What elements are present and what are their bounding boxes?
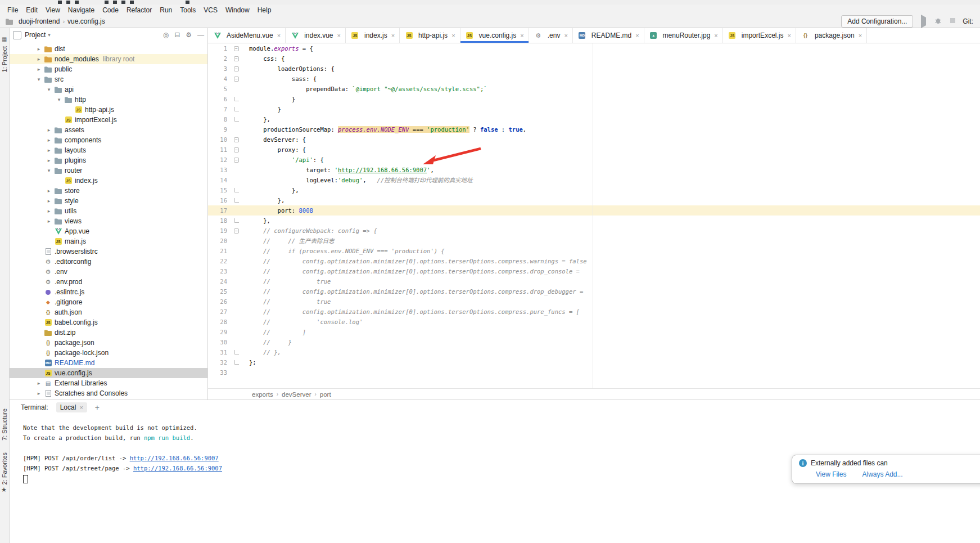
tab-asidemenu-vue[interactable]: AsideMenu.vue×: [208, 28, 286, 43]
breadcrumb-file[interactable]: vue.config.js: [67, 17, 105, 25]
fold-start-icon[interactable]: −: [234, 77, 239, 82]
fold-start-icon[interactable]: −: [234, 158, 239, 163]
menu-code[interactable]: Code: [98, 5, 123, 15]
stop-icon[interactable]: [948, 17, 957, 25]
menu-window[interactable]: Window: [222, 5, 254, 15]
tree-item-store[interactable]: ▸store: [10, 186, 207, 196]
chevron-collapsed-icon[interactable]: ▸: [34, 46, 43, 52]
project-toolwindow-icon[interactable]: ▦: [2, 36, 7, 42]
tree-item-auth-json[interactable]: {}auth.json: [10, 307, 207, 317]
close-icon[interactable]: ×: [635, 32, 639, 39]
chevron-collapsed-icon[interactable]: ▸: [44, 218, 53, 224]
chevron-collapsed-icon[interactable]: ▸: [34, 66, 43, 72]
chevron-collapsed-icon[interactable]: ▸: [34, 56, 43, 62]
tab-index-vue[interactable]: index.vue×: [286, 28, 346, 43]
terminal-tab-local[interactable]: Local ×: [56, 402, 87, 412]
tree-item-http-api-js[interactable]: JShttp-api.js: [10, 105, 207, 115]
tree-item-dist[interactable]: ▸dist: [10, 44, 207, 54]
tree-item-http[interactable]: ▾http: [10, 95, 207, 105]
tree-item-dist-zip[interactable]: dist.zip: [10, 327, 207, 338]
close-icon[interactable]: ×: [451, 32, 455, 39]
breadcrumb-project[interactable]: duoji-frontend: [19, 17, 60, 25]
fold-start-icon[interactable]: −: [234, 46, 239, 51]
fold-end-icon[interactable]: [234, 198, 239, 203]
tree-item-vue-config-js[interactable]: JSvue.config.js: [10, 368, 207, 378]
menu-navigate[interactable]: Navigate: [64, 5, 98, 15]
notification-action-view-files[interactable]: View Files: [816, 470, 846, 478]
chevron-expanded-icon[interactable]: ▾: [44, 87, 53, 92]
fold-end-icon[interactable]: [234, 188, 239, 192]
tree-item-package-lock-json[interactable]: {}package-lock.json: [10, 348, 207, 358]
close-icon[interactable]: ×: [564, 32, 567, 39]
tree-item-index-js[interactable]: JSindex.js: [10, 176, 207, 186]
close-icon[interactable]: ×: [520, 32, 523, 39]
chevron-collapsed-icon[interactable]: ▸: [44, 147, 53, 153]
tree-item-api[interactable]: ▾api: [10, 84, 207, 95]
tree-item-style[interactable]: ▸style: [10, 196, 207, 206]
fold-start-icon[interactable]: −: [234, 137, 239, 142]
close-icon[interactable]: ×: [277, 32, 281, 39]
fold-start-icon[interactable]: −: [234, 228, 239, 234]
toolwindow-button-structure[interactable]: 7: Structure: [1, 409, 8, 441]
project-panel-title[interactable]: Project: [25, 31, 46, 39]
menu-run[interactable]: Run: [156, 5, 176, 15]
chevron-collapsed-icon[interactable]: ▸: [44, 198, 53, 204]
tree-item-router[interactable]: ▾router: [10, 165, 207, 176]
run-icon[interactable]: [919, 17, 928, 25]
tab-vue-config-js[interactable]: JSvue.config.js×: [460, 28, 529, 43]
chevron-expanded-icon[interactable]: ▾: [55, 97, 64, 102]
tree-item--env-prod[interactable]: ⚙.env.prod: [10, 277, 207, 287]
chevron-collapsed-icon[interactable]: ▸: [44, 137, 53, 143]
editor-breadcrumb-devServer[interactable]: devServer: [282, 391, 311, 398]
tree-item-readme-md[interactable]: MDREADME.md: [10, 358, 207, 368]
fold-start-icon[interactable]: −: [234, 147, 239, 152]
terminal-link[interactable]: http://192.168.66.56:9007: [130, 455, 219, 461]
menu-help[interactable]: Help: [254, 5, 276, 15]
fold-end-icon[interactable]: [234, 107, 239, 111]
fold-end-icon[interactable]: [234, 218, 239, 223]
menu-view[interactable]: View: [42, 5, 64, 15]
menu-tools[interactable]: Tools: [176, 5, 200, 15]
fold-start-icon[interactable]: −: [234, 56, 239, 61]
chevron-expanded-icon[interactable]: ▾: [34, 77, 43, 82]
tree-item-utils[interactable]: ▸utils: [10, 206, 207, 216]
tree-item-app-vue[interactable]: App.vue: [10, 226, 207, 236]
menu-edit[interactable]: Edit: [22, 5, 42, 15]
close-icon[interactable]: ×: [391, 32, 395, 39]
tree-item-main-js[interactable]: JSmain.js: [10, 236, 207, 246]
tree-item-node-modules[interactable]: ▸node_moduleslibrary root: [10, 54, 207, 64]
tree-item-package-json[interactable]: {}package.json: [10, 338, 207, 348]
menu-vcs[interactable]: VCS: [200, 5, 222, 15]
tree-item-layouts[interactable]: ▸layouts: [10, 145, 207, 155]
notification-action-always-add-[interactable]: Always Add...: [862, 470, 902, 478]
menu-file[interactable]: File: [3, 5, 22, 15]
favorites-star-icon[interactable]: ★: [1, 486, 7, 493]
fold-start-icon[interactable]: −: [234, 66, 239, 71]
gear-icon[interactable]: ⚙: [186, 31, 192, 39]
tree-item--editorconfig[interactable]: ⚙.editorconfig: [10, 257, 207, 267]
chevron-collapsed-icon[interactable]: ▸: [44, 188, 53, 194]
tab-http-api-js[interactable]: JShttp-api.js×: [400, 28, 460, 43]
chevron-collapsed-icon[interactable]: ▸: [34, 380, 43, 386]
git-widget[interactable]: Git:: [963, 17, 973, 25]
new-terminal-icon[interactable]: +: [95, 403, 100, 412]
tab-menurouter-jpg[interactable]: ▲menuRouter.jpg×: [644, 28, 723, 43]
collapse-all-icon[interactable]: ⊟: [174, 31, 180, 39]
fold-end-icon[interactable]: [234, 360, 239, 365]
close-icon[interactable]: ×: [787, 32, 791, 39]
tab-readme-md[interactable]: MDREADME.md×: [573, 28, 644, 43]
debug-icon[interactable]: [933, 17, 942, 26]
fold-end-icon[interactable]: [234, 350, 239, 354]
tree-item--browserslistrc[interactable]: .browserslistrc: [10, 246, 207, 257]
tree-item-babel-config-js[interactable]: JSbabel.config.js: [10, 317, 207, 327]
tree-item-views[interactable]: ▸views: [10, 216, 207, 226]
chevron-collapsed-icon[interactable]: ▸: [44, 208, 53, 214]
toolwindow-button-favorites[interactable]: 2: Favorites: [1, 452, 8, 484]
tree-item-importexcel-js[interactable]: JSimportExcel.js: [10, 115, 207, 125]
editor-breadcrumb-exports[interactable]: exports: [252, 391, 273, 398]
terminal-link[interactable]: http://192.168.66.56:9007: [133, 465, 222, 472]
close-icon[interactable]: ×: [79, 404, 83, 411]
menu-refactor[interactable]: Refactor: [123, 5, 156, 15]
chevron-down-icon[interactable]: ▾: [48, 32, 51, 38]
tree-item--env[interactable]: ⚙.env: [10, 267, 207, 277]
